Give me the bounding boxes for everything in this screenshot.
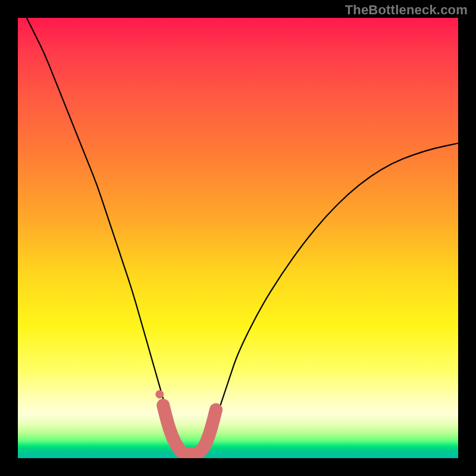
bottleneck-curve-path (27, 18, 458, 455)
bottleneck-curve (27, 18, 458, 455)
plot-area (18, 18, 458, 458)
highlight-region (155, 390, 216, 454)
curve-layer (18, 18, 458, 458)
attribution-text: TheBottleneck.com (345, 2, 468, 18)
highlight-path (163, 405, 216, 453)
chart-frame: TheBottleneck.com (0, 0, 476, 476)
highlight-dot (155, 390, 164, 399)
